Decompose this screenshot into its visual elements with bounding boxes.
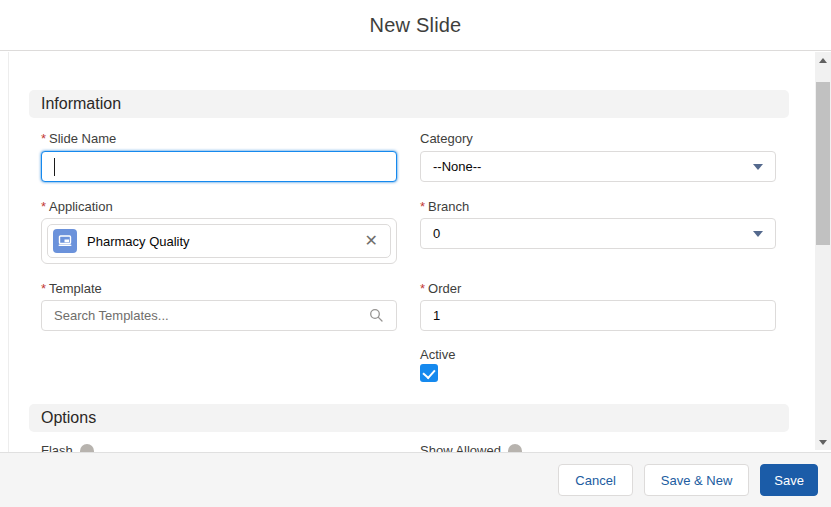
chevron-down-icon	[753, 231, 763, 237]
save-button[interactable]: Save	[760, 464, 818, 496]
order-value: 1	[433, 308, 440, 323]
scroll-down-arrow-icon[interactable]	[815, 434, 831, 450]
active-label: Active	[420, 346, 455, 363]
modal-footer: Cancel Save & New Save	[0, 452, 831, 507]
order-label: * Order	[420, 280, 461, 297]
active-checkbox[interactable]	[420, 364, 438, 382]
section-information: Information	[29, 90, 789, 118]
slide-name-label: * Slide Name	[41, 130, 116, 147]
application-pill[interactable]: Pharmacy Quality ✕	[47, 224, 391, 258]
info-icon[interactable]	[80, 444, 94, 453]
search-icon	[369, 308, 384, 323]
required-asterisk: *	[41, 131, 46, 146]
category-value: --None--	[433, 159, 753, 174]
branch-value: 0	[433, 226, 753, 241]
show-allowed-label: Show Allowed	[420, 442, 522, 452]
presentation-icon	[53, 229, 77, 253]
category-label: Category	[420, 130, 473, 147]
application-pill-label: Pharmacy Quality	[87, 234, 363, 249]
branch-select[interactable]: 0	[420, 218, 776, 249]
order-input[interactable]: 1	[420, 300, 776, 331]
template-search-input[interactable]: Search Templates...	[41, 300, 397, 331]
section-options-title: Options	[41, 409, 96, 427]
required-asterisk: *	[420, 199, 425, 214]
text-cursor	[54, 158, 55, 176]
chevron-down-icon	[753, 164, 763, 170]
modal-header: New Slide	[0, 0, 831, 51]
save-and-new-button[interactable]: Save & New	[644, 464, 750, 496]
section-options: Options	[29, 404, 789, 432]
modal-body: Information * Slide Name Category --None…	[8, 52, 815, 452]
category-select[interactable]: --None--	[420, 151, 776, 182]
required-asterisk: *	[41, 281, 46, 296]
slide-name-input[interactable]	[41, 151, 397, 182]
application-lookup[interactable]: Pharmacy Quality ✕	[41, 218, 397, 264]
required-asterisk: *	[41, 199, 46, 214]
info-icon[interactable]	[508, 444, 522, 453]
template-label: * Template	[41, 280, 102, 297]
flash-label: Flash	[41, 442, 94, 452]
application-label: * Application	[41, 198, 113, 215]
vertical-scrollbar[interactable]	[815, 52, 831, 450]
template-placeholder: Search Templates...	[54, 308, 369, 323]
close-icon[interactable]: ✕	[363, 231, 380, 251]
branch-label: * Branch	[420, 198, 469, 215]
scrollbar-thumb[interactable]	[816, 82, 830, 245]
scroll-up-arrow-icon[interactable]	[815, 52, 831, 68]
page-title: New Slide	[370, 14, 462, 37]
cancel-button[interactable]: Cancel	[558, 464, 632, 496]
required-asterisk: *	[420, 281, 425, 296]
section-information-title: Information	[41, 95, 121, 113]
